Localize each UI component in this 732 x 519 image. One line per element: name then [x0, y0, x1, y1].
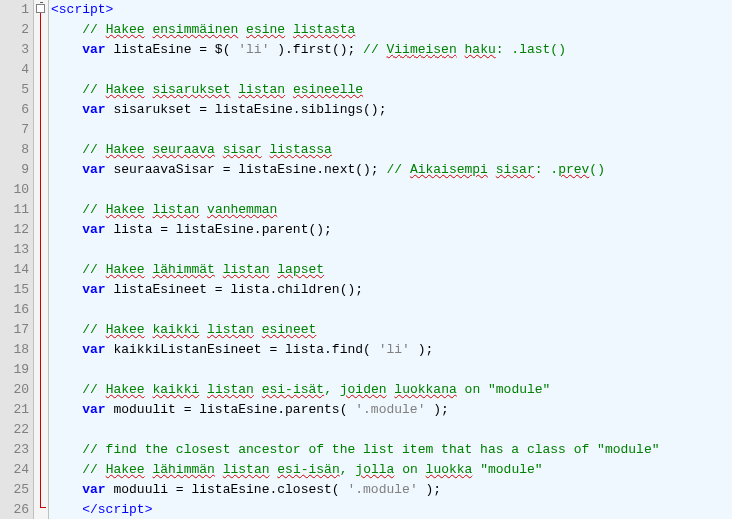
code-token: [51, 282, 82, 297]
code-token: [51, 222, 82, 237]
code-token: listan: [207, 382, 254, 397]
code-token: Hakee: [106, 22, 145, 37]
fold-column[interactable]: [34, 0, 49, 519]
code-token: [51, 202, 82, 217]
line-number: 17: [0, 320, 29, 340]
line-number: 4: [0, 60, 29, 80]
code-line[interactable]: // Hakee kaikki listan esineet: [51, 320, 732, 340]
code-token: sisarukset = listaEsine.siblings();: [106, 102, 387, 117]
code-token: luokka: [426, 462, 473, 477]
code-line[interactable]: [51, 420, 732, 440]
code-token: );: [425, 402, 448, 417]
code-line[interactable]: var listaEsineet = lista.children();: [51, 280, 732, 300]
code-line[interactable]: [51, 300, 732, 320]
code-token: //: [363, 42, 386, 57]
code-token: [199, 202, 207, 217]
code-line[interactable]: // Hakee seuraava sisar listassa: [51, 140, 732, 160]
code-line[interactable]: [51, 240, 732, 260]
code-line[interactable]: </script>: [51, 500, 732, 519]
code-token: [254, 322, 262, 337]
code-token: [285, 22, 293, 37]
code-token: //: [386, 162, 409, 177]
code-line[interactable]: // Hakee sisarukset listan esineelle: [51, 80, 732, 100]
code-token: var: [82, 282, 105, 297]
code-token: [215, 462, 223, 477]
code-token: lista = listaEsine.parent();: [106, 222, 332, 237]
line-number: 19: [0, 360, 29, 380]
code-token: 'li': [238, 42, 269, 57]
code-token: sisar: [223, 142, 262, 157]
code-token: var: [82, 102, 105, 117]
code-line[interactable]: // Hakee lähimmät listan lapset: [51, 260, 732, 280]
line-number: 13: [0, 240, 29, 260]
code-line[interactable]: var moduulit = listaEsine.parents( '.mod…: [51, 400, 732, 420]
code-token: sisar: [496, 162, 535, 177]
code-token: listaEsineet = lista.children();: [106, 282, 363, 297]
code-token: [254, 382, 262, 397]
code-token: 'li': [379, 342, 410, 357]
code-line[interactable]: var kaikkiListanEsineet = lista.find( 'l…: [51, 340, 732, 360]
code-token: '.module': [355, 402, 425, 417]
code-token: //: [82, 322, 105, 337]
code-token: [51, 42, 82, 57]
code-token: lapset: [277, 262, 324, 277]
code-line[interactable]: var seuraavaSisar = listaEsine.next(); /…: [51, 160, 732, 180]
code-line[interactable]: var moduuli = listaEsine.closest( '.modu…: [51, 480, 732, 500]
code-token: //: [82, 142, 105, 157]
code-token: [285, 82, 293, 97]
line-number: 5: [0, 80, 29, 100]
code-line[interactable]: // Hakee ensimmäinen esine listasta: [51, 20, 732, 40]
code-line[interactable]: [51, 180, 732, 200]
code-token: [51, 162, 82, 177]
code-token: [51, 462, 82, 477]
code-token: Aikaisempi: [410, 162, 488, 177]
code-line[interactable]: var lista = listaEsine.parent();: [51, 220, 732, 240]
code-token: [51, 142, 82, 157]
code-token: <script>: [51, 2, 113, 17]
code-token: joiden: [340, 382, 387, 397]
code-token: [199, 322, 207, 337]
code-token: haku: [465, 42, 496, 57]
code-token: [51, 22, 82, 37]
code-token: moduuli = listaEsine.closest(: [106, 482, 348, 497]
code-line[interactable]: // find the closest ancestor of the list…: [51, 440, 732, 460]
code-token: var: [82, 42, 105, 57]
code-token: [51, 342, 82, 357]
code-token: [51, 402, 82, 417]
code-area[interactable]: <script> // Hakee ensimmäinen esine list…: [49, 0, 732, 519]
code-token: '.module': [347, 482, 417, 497]
code-line[interactable]: [51, 360, 732, 380]
code-line[interactable]: // Hakee lähimmän listan esi-isän, jolla…: [51, 460, 732, 480]
code-line[interactable]: var sisarukset = listaEsine.siblings();: [51, 100, 732, 120]
code-token: seuraava: [152, 142, 214, 157]
code-token: Hakee: [106, 322, 145, 337]
code-token: ,: [324, 382, 340, 397]
line-number: 1: [0, 0, 29, 20]
code-token: luokkana: [394, 382, 456, 397]
code-line[interactable]: var listaEsine = $( 'li' ).first(); // V…: [51, 40, 732, 60]
code-line[interactable]: [51, 120, 732, 140]
code-token: [51, 102, 82, 117]
code-token: var: [82, 222, 105, 237]
code-line[interactable]: [51, 60, 732, 80]
code-token: lähimmät: [152, 262, 214, 277]
code-line[interactable]: // Hakee listan vanhemman: [51, 200, 732, 220]
code-token: seuraavaSisar = listaEsine.next();: [106, 162, 387, 177]
fold-minus-icon[interactable]: [40, 9, 41, 507]
code-token: on "module": [457, 382, 551, 397]
line-number: 14: [0, 260, 29, 280]
code-token: var: [82, 162, 105, 177]
code-token: [262, 142, 270, 157]
code-token: </script>: [82, 502, 152, 517]
code-token: prev: [558, 162, 589, 177]
code-token: listaEsine = $(: [106, 42, 239, 57]
line-number: 6: [0, 100, 29, 120]
code-token: esi-isät: [262, 382, 324, 397]
code-token: ensimmäinen: [152, 22, 238, 37]
code-token: listan: [238, 82, 285, 97]
code-token: //: [82, 382, 105, 397]
line-number: 11: [0, 200, 29, 220]
line-number: 22: [0, 420, 29, 440]
code-line[interactable]: // Hakee kaikki listan esi-isät, joiden …: [51, 380, 732, 400]
code-line[interactable]: <script>: [51, 0, 732, 20]
